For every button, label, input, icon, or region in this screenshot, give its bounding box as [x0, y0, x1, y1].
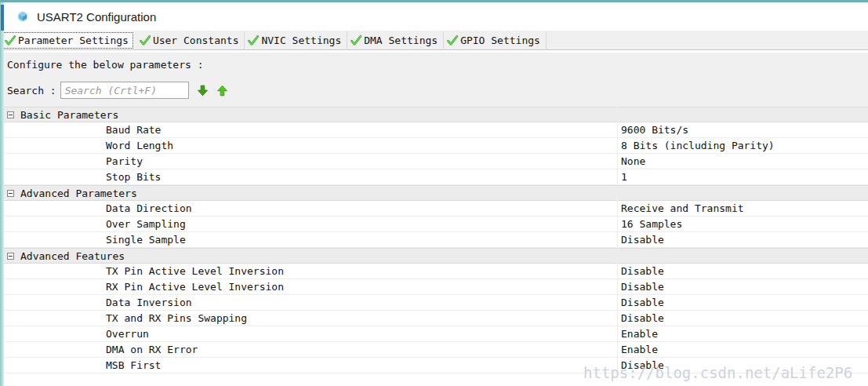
- check-icon: [350, 35, 362, 46]
- param-value[interactable]: 16 Samples: [621, 217, 682, 231]
- param-value[interactable]: Disable: [621, 264, 664, 279]
- section-label: Advanced Features: [20, 250, 125, 262]
- check-icon: [4, 35, 16, 46]
- check-icon: [139, 35, 151, 46]
- check-icon: [247, 35, 260, 46]
- collapse-minus-icon[interactable]: [7, 111, 14, 118]
- tab-label: Parameter Settings: [18, 35, 129, 46]
- tab-label: DMA Settings: [364, 35, 438, 46]
- param-name: Parity: [106, 155, 143, 167]
- param-value[interactable]: Enable: [621, 326, 658, 341]
- table-row[interactable]: Data Inversion Disable: [4, 295, 868, 311]
- green-up-arrow-icon[interactable]: [216, 85, 228, 96]
- section-row[interactable]: Advanced Parameters: [4, 185, 868, 201]
- param-value[interactable]: 1: [621, 169, 627, 184]
- collapse-minus-icon[interactable]: [7, 253, 14, 260]
- table-row[interactable]: TX Pin Active Level Inversion Disable: [4, 264, 868, 279]
- param-name: Single Sample: [106, 234, 186, 246]
- table-row[interactable]: Overrun Enable: [4, 326, 868, 342]
- search-label: Search :: [7, 85, 56, 96]
- table-row[interactable]: Over Sampling 16 Samples: [4, 217, 868, 232]
- tab-label: NVIC Settings: [261, 35, 341, 46]
- param-value[interactable]: Disable: [621, 295, 664, 310]
- check-icon: [446, 35, 459, 46]
- search-input[interactable]: [60, 82, 189, 99]
- table-row[interactable]: Baud Rate 9600 Bits/s: [4, 122, 868, 138]
- param-name: TX Pin Active Level Inversion: [106, 265, 284, 277]
- window-left-edge: [0, 2, 4, 386]
- param-name: MSB First: [106, 359, 161, 371]
- tab-dma-settings[interactable]: DMA Settings: [347, 31, 444, 49]
- section-row[interactable]: Basic Parameters: [4, 107, 868, 122]
- param-name: Baud Rate: [106, 124, 161, 136]
- table-row[interactable]: Word Length 8 Bits (including Parity): [4, 138, 868, 154]
- table-row[interactable]: Data Direction Receive and Transmit: [4, 201, 868, 217]
- table-row[interactable]: Parity None: [4, 154, 868, 169]
- section-row[interactable]: Advanced Features: [4, 248, 868, 264]
- param-value[interactable]: Enable: [621, 342, 658, 357]
- param-name: TX and RX Pins Swapping: [106, 312, 247, 324]
- tab-user-constants[interactable]: User Constants: [136, 31, 245, 49]
- window-title: USART2 Configuration: [37, 10, 156, 24]
- param-value[interactable]: Receive and Transmit: [621, 201, 744, 216]
- param-value[interactable]: 9600 Bits/s: [621, 122, 688, 137]
- parameter-settings-panel: Configure the below parameters : Search …: [4, 53, 868, 386]
- table-row[interactable]: DMA on RX Error Enable: [4, 342, 868, 358]
- param-name: Stop Bits: [106, 171, 161, 183]
- tab-strip: Parameter Settings User Constants NVIC S…: [0, 31, 868, 50]
- cube-icon: [16, 10, 29, 23]
- tab-parameter-settings[interactable]: Parameter Settings: [2, 31, 134, 49]
- table-row[interactable]: Single Sample Disable: [4, 232, 868, 248]
- table-row[interactable]: MSB First Disable: [4, 358, 868, 373]
- tab-gpio-settings[interactable]: GPIO Settings: [444, 31, 547, 49]
- section-label: Advanced Parameters: [20, 188, 137, 199]
- param-value[interactable]: 8 Bits (including Parity): [621, 138, 775, 153]
- param-name: DMA on RX Error: [106, 344, 198, 355]
- table-row[interactable]: RX Pin Active Level Inversion Disable: [4, 279, 868, 295]
- param-name: Over Sampling: [106, 218, 186, 230]
- param-name: RX Pin Active Level Inversion: [106, 281, 284, 293]
- param-value[interactable]: Disable: [621, 358, 664, 373]
- configure-instructions: Configure the below parameters :: [4, 53, 868, 71]
- parameters-table: Basic Parameters Baud Rate 9600 Bits/s W…: [4, 107, 868, 386]
- tab-label: GPIO Settings: [460, 35, 540, 46]
- table-row[interactable]: TX and RX Pins Swapping Disable: [4, 311, 868, 326]
- param-value[interactable]: None: [621, 154, 645, 169]
- param-name: Data Direction: [106, 202, 192, 214]
- param-name: Overrun: [106, 328, 149, 340]
- tab-nvic-settings[interactable]: NVIC Settings: [245, 31, 347, 49]
- param-name: Word Length: [106, 140, 173, 151]
- param-value[interactable]: Disable: [621, 311, 664, 326]
- usart2-config-dialog: USART2 Configuration Parameter Settings …: [0, 0, 868, 386]
- param-value[interactable]: Disable: [621, 232, 664, 247]
- param-name: Data Inversion: [106, 297, 192, 308]
- search-row: Search :: [7, 82, 868, 99]
- param-value[interactable]: Disable: [621, 279, 664, 294]
- tab-label: User Constants: [153, 35, 239, 46]
- title-bar: USART2 Configuration: [0, 2, 868, 31]
- parameters-rows: Basic Parameters Baud Rate 9600 Bits/s W…: [4, 107, 868, 373]
- section-label: Basic Parameters: [20, 109, 118, 121]
- table-row[interactable]: Stop Bits 1: [4, 169, 868, 185]
- green-down-arrow-icon[interactable]: [197, 85, 209, 96]
- titlebar-left-accent: [1, 5, 4, 31]
- collapse-minus-icon[interactable]: [7, 190, 14, 197]
